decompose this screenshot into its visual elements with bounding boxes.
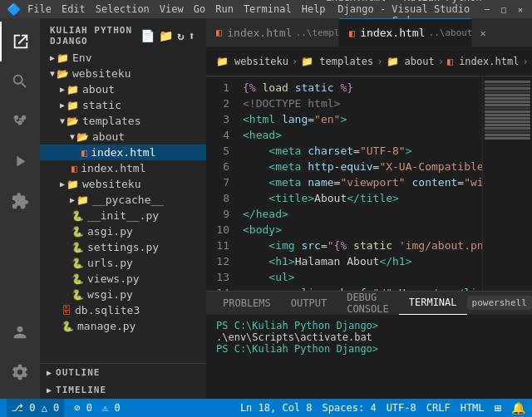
sidebar-header: KULIAH PYTHON DJANGO 📄 📁 ↻ ⬆ (40, 18, 206, 50)
terminal-shell-label[interactable]: powershell (467, 296, 532, 310)
tree-item-pycache[interactable]: ▶ 📁 __pycache__ (40, 192, 206, 208)
status-bar: ⎇ 0 △ 0 ⊘ 0 ⚠ 0 Ln 18, Col 8 Spaces: 4 U… (0, 399, 532, 417)
menu-bar[interactable]: File Edit Selection View Go Run Terminal… (27, 3, 326, 15)
breadcrumb: 📁 websiteku › 📁 templates › 📁 about › ◧ … (206, 47, 532, 76)
tree-item-about[interactable]: ▶ 📁 about (40, 81, 206, 97)
sidebar: KULIAH PYTHON DJANGO 📄 📁 ↻ ⬆ ▶ 📁 Env ▼ 📂… (40, 18, 206, 399)
tab-bar: ◧ index.html ..\templates ✕ ◧ index.html… (206, 18, 532, 47)
git-branch[interactable]: ⎇ 0 △ 0 (7, 399, 64, 417)
activity-settings[interactable] (0, 352, 40, 392)
minimap-content (483, 76, 532, 144)
status-encoding[interactable]: UTF-8 (387, 402, 416, 414)
new-file-icon[interactable]: 📄 (140, 29, 155, 42)
menu-help[interactable]: Help (302, 3, 326, 15)
menu-selection[interactable]: Selection (96, 3, 150, 15)
tree-item-dbsqlite[interactable]: 🗄 db.sqlite3 (40, 302, 206, 318)
activity-bar (0, 18, 40, 399)
tab-html-icon-active: ◧ (349, 27, 355, 39)
status-errors[interactable]: ⊘ 0 (74, 402, 92, 414)
code-editor[interactable]: 12345 678910 1112131415 161718 {% load s… (206, 76, 532, 291)
status-left: ⎇ 0 △ 0 ⊘ 0 ⚠ 0 (7, 399, 121, 417)
main-layout: KULIAH PYTHON DJANGO 📄 📁 ↻ ⬆ ▶ 📁 Env ▼ 📂… (0, 18, 532, 399)
bottom-panel: PROBLEMS OUTPUT DEBUG CONSOLE TERMINAL p… (206, 291, 532, 399)
panel-tab-debug-console[interactable]: DEBUG CONSOLE (337, 292, 399, 315)
menu-terminal[interactable]: Terminal (244, 3, 292, 15)
refresh-icon[interactable]: ↻ (177, 29, 185, 42)
tree-item-websiteku[interactable]: ▼ 📂 websiteku (40, 66, 206, 81)
tree-item-websiteku2[interactable]: ▶ 📁 websiteku (40, 176, 206, 192)
close-button[interactable]: ✕ (515, 4, 525, 14)
tree-item-index-root[interactable]: ◧ index.html (40, 160, 206, 176)
panel-tab-terminal[interactable]: TERMINAL (399, 292, 467, 315)
status-layout-icon[interactable]: ⊞ (495, 401, 501, 415)
status-bell-icon[interactable]: 🔔 (511, 401, 525, 415)
sidebar-actions: 📄 📁 ↻ ⬆ (140, 29, 196, 42)
breadcrumb-indexhtml[interactable]: index.html (459, 56, 519, 67)
tree-item-static[interactable]: ▶ 📁 static (40, 97, 206, 113)
status-position[interactable]: Ln 18, Col 8 (240, 402, 313, 414)
code-content[interactable]: {% load static %} <!DOCTYPE html> <html … (236, 76, 482, 291)
terminal-line-2: PS C:\Kuliah Python Django> (216, 343, 522, 355)
breadcrumb-templates[interactable]: templates (319, 56, 373, 67)
collapse-icon[interactable]: ⬆ (189, 29, 196, 42)
activity-search[interactable] (0, 61, 40, 101)
tree-item-templates[interactable]: ▼ 📂 templates (40, 113, 206, 129)
breadcrumb-websiteku[interactable]: websiteku (234, 56, 288, 67)
panel-tab-problems[interactable]: PROBLEMS (213, 292, 281, 315)
tree-item-asgi[interactable]: 🐍 asgi.py (40, 223, 206, 239)
tab-index-templates[interactable]: ◧ index.html ..\templates ✕ (206, 18, 339, 47)
panel-tab-output[interactable]: OUTPUT (281, 292, 337, 315)
breadcrumb-about[interactable]: about (405, 56, 435, 67)
maximize-button[interactable]: □ (499, 4, 509, 14)
menu-run[interactable]: Run (215, 3, 234, 15)
tree-item-views[interactable]: 🐍 views.py (40, 271, 206, 287)
status-language[interactable]: HTML (461, 402, 485, 414)
tree-item-index-about[interactable]: ◧ index.html (40, 145, 206, 160)
menu-file[interactable]: File (27, 3, 52, 15)
activity-explorer[interactable] (0, 22, 40, 61)
activity-extensions[interactable] (0, 181, 40, 221)
outline-section[interactable]: ▶ OUTLINE (40, 363, 206, 381)
terminal-content[interactable]: PS C:\Kuliah Python Django> .\env\Script… (206, 315, 532, 399)
activity-source-control[interactable] (0, 101, 40, 141)
editor-area: ◧ index.html ..\templates ✕ ◧ index.html… (206, 18, 532, 399)
minimize-button[interactable]: ─ (482, 4, 492, 14)
tree-item-settings[interactable]: 🐍 settings.py (40, 239, 206, 255)
menu-edit[interactable]: Edit (62, 3, 86, 15)
minimap (482, 76, 532, 291)
status-line-ending[interactable]: CRLF (426, 402, 451, 414)
status-right: Ln 18, Col 8 Spaces: 4 UTF-8 CRLF HTML ⊞… (240, 401, 525, 415)
line-numbers: 12345 678910 1112131415 161718 (206, 76, 236, 291)
activity-account[interactable] (0, 312, 40, 352)
panel-tabs: PROBLEMS OUTPUT DEBUG CONSOLE TERMINAL p… (206, 292, 532, 315)
tree-item-about-sub[interactable]: ▼ 📂 about (40, 129, 206, 145)
tree-item-env[interactable]: ▶ 📁 Env (40, 50, 206, 66)
tree-item-init[interactable]: 🐍 __init__.py (40, 208, 206, 223)
panel-actions: powershell ＋ ⊞ 🗑 ∧ □ ✕ (467, 294, 532, 312)
menu-go[interactable]: Go (194, 3, 205, 15)
activity-bottom (0, 312, 40, 399)
tab-html-icon: ◧ (216, 27, 222, 38)
title-bar: 🔷 File Edit Selection View Go Run Termin… (0, 0, 532, 18)
file-tree: ▶ 📁 Env ▼ 📂 websiteku ▶ 📁 about ▶ 📁 stat… (40, 50, 206, 363)
new-folder-icon[interactable]: 📁 (159, 29, 174, 42)
tree-item-manage[interactable]: 🐍 manage.py (40, 318, 206, 334)
status-warnings[interactable]: ⚠ 0 (102, 402, 121, 414)
activity-debug[interactable] (0, 141, 40, 181)
app-icon: 🔷 (7, 2, 21, 16)
tab-index-about[interactable]: ◧ index.html ..\about ✕ (339, 18, 472, 47)
window-controls[interactable]: ─ □ ✕ (482, 4, 525, 14)
tab-close-button[interactable]: ✕ (367, 26, 377, 39)
menu-view[interactable]: View (160, 3, 184, 15)
timeline-section[interactable]: ▶ TIMELINE (40, 381, 206, 399)
tree-item-wsgi[interactable]: 🐍 wsgi.py (40, 287, 206, 302)
terminal-line-1: PS C:\Kuliah Python Django> .\env\Script… (216, 320, 522, 343)
tab-close-active-button[interactable]: ✕ (478, 27, 489, 40)
sidebar-title: KULIAH PYTHON DJANGO (50, 25, 140, 47)
status-spaces[interactable]: Spaces: 4 (323, 402, 377, 414)
tree-item-urls[interactable]: 🐍 urls.py (40, 255, 206, 271)
